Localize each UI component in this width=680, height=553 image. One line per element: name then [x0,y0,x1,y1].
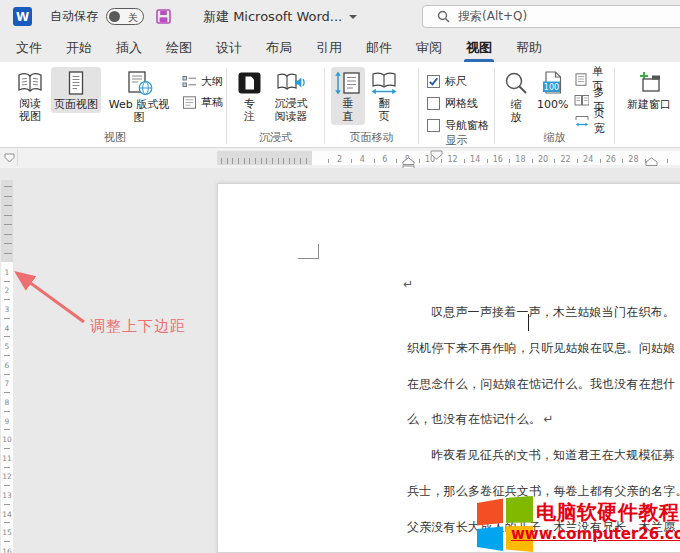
chevron-down-icon [349,15,357,19]
document-page[interactable]: ↵ 叹息声一声接着一声，木兰姑娘当门在织布。织机停下来不再作响，只听见姑娘在叹息… [217,183,680,553]
focus-button[interactable]: 专注 [234,67,265,125]
menu-tab-邮件[interactable]: 邮件 [354,33,404,62]
right-indent-marker[interactable] [645,157,658,167]
menu-tab-视图[interactable]: 视图 [454,33,504,62]
document-text-line: 昨夜看见征兵的文书，知道君王在大规模征募 [431,447,675,464]
button-label: 翻页 [376,97,393,123]
outline-icon [182,75,197,88]
button-label: 大纲 [201,74,223,89]
zoom-button[interactable]: 缩放 [500,67,532,126]
search-input[interactable]: 搜索(Alt+Q) [422,5,680,28]
horizontal-ruler[interactable]: 246810121416182022242628 [0,148,680,168]
ruler-number: 6 [1,361,13,370]
button-label: 阅读视图 [14,97,46,123]
ruler-tick [396,159,397,163]
gridlines-checkbox[interactable]: 网格线 [427,95,489,111]
navigation-pane-checkbox[interactable]: 导航窗格 [427,117,489,133]
document-text-line: 叹息声一声接着一声，木兰姑娘当门在织布。 [431,304,675,321]
ruler-tick [4,485,10,486]
zoom-100-button[interactable]: 100 100% [534,67,571,113]
ruler-number: 9 [1,417,13,426]
ruler-number: 16 [488,155,508,164]
document-title[interactable]: 新建 Microsoft Word... [203,8,357,26]
ruler-number: 2 [330,155,350,164]
ruler-tick [4,196,12,197]
vertical-scroll-icon [334,71,362,95]
document-text-line: 织机停下来不再作响，只听见姑娘在叹息。问姑娘 [407,340,675,357]
tab-selector[interactable] [2,149,18,166]
menu-tab-设计[interactable]: 设计 [204,33,254,62]
menu-tab-审阅[interactable]: 审阅 [404,33,454,62]
menu-tab-引用[interactable]: 引用 [304,33,354,62]
ruler-tick [306,158,307,164]
watermark-site-name: 电脑软硬件教程网 [536,499,680,526]
ruler-tick [4,253,12,254]
outline-view-button[interactable]: 大纲 [182,73,223,89]
ruler-number: 28 [623,155,643,164]
ruler-tick [4,411,10,412]
document-title-text: 新建 Microsoft Word... [203,8,342,26]
autosave-toggle[interactable]: 关 [106,8,144,25]
vertical-button[interactable]: 垂直 [331,67,365,125]
menu-tab-插入[interactable]: 插入 [104,33,154,62]
checkbox-empty-icon [427,97,440,110]
menu-tab-布局[interactable]: 布局 [254,33,304,62]
book-speaker-icon [276,71,306,95]
ruler-number: 6 [375,155,395,164]
ruler-number: 16 [1,547,13,553]
menu-tab-帮助[interactable]: 帮助 [504,33,554,62]
menu-tab-开始[interactable]: 开始 [54,33,104,62]
ruler-tick [464,159,465,163]
ribbon-group-immersive: 专注 沉浸式阅读器 沉浸式 [227,64,324,147]
ruler-tick [289,158,290,164]
menu-tab-文件[interactable]: 文件 [4,33,54,62]
page-flip-icon [370,71,398,95]
page-width-icon [574,115,589,128]
ribbon-group-page-movement: 垂直 翻页 页面移动 [325,64,418,147]
titlebar: W 自动保存 关 新建 Microsoft Word... 搜索(Alt+Q) [0,0,680,33]
print-layout-button[interactable]: 页面视图 [51,67,101,113]
one-page-icon [574,73,588,86]
tab-stop-icon [4,153,15,163]
ruler-tick [244,158,245,164]
new-window-button[interactable]: 新建窗口 [622,67,676,113]
read-mode-button[interactable]: 阅读视图 [11,67,49,125]
button-label: 新建窗口 [625,98,673,111]
ruler-number: 15 [1,528,13,537]
menu-tab-绘图[interactable]: 绘图 [154,33,204,62]
ruler-tick [4,234,12,235]
ruler-tick [4,336,10,337]
button-label: 100% [537,98,568,111]
ruler-number: 20 [533,155,553,164]
ruler-number: 18 [510,155,530,164]
ruler-tick [278,158,279,164]
svg-text:100: 100 [544,83,559,92]
ruler-tick [4,504,10,505]
ruler-tick [351,159,352,163]
document-text-line: 兵士，那么多卷征兵文书，每卷上都有父亲的名字。 [407,483,680,500]
save-icon[interactable] [156,9,171,24]
ruler-checkbox[interactable]: 标尺 [427,73,489,89]
watermark-site-url: www.computer26.com [511,525,680,543]
web-layout-button[interactable]: Web 版式视图 [103,67,175,126]
immersive-reader-button[interactable]: 沉浸式阅读器 [267,67,315,125]
ruler-tick [4,392,10,393]
ruler-tick [283,158,284,164]
page-width-button[interactable]: 页宽 [574,113,614,129]
first-line-indent-marker[interactable] [430,150,443,160]
draft-view-button[interactable]: 草稿 [182,94,223,110]
document-area: 12345678910111213141516 ↵ 叹息声一声接着一声，木兰姑娘… [0,168,680,553]
autosave-state: 关 [128,11,138,25]
side-to-side-button[interactable]: 翻页 [367,67,401,125]
ruler-tick [600,159,601,163]
ruler-text-area: 246810121416182022242628 [312,151,680,165]
ruler-tick [221,158,222,164]
ruler-tick [4,429,10,430]
paragraph-mark: ↵ [403,277,413,291]
ruler-tick [300,158,301,164]
ruler-number: 5 [1,342,13,351]
button-label: 沉浸式阅读器 [270,97,312,123]
ruler-tick [4,186,12,187]
annotation-text: 调整上下边距 [90,317,186,336]
ribbon-group-zoom: 缩放 100 100% 单页 多页 [495,64,614,147]
